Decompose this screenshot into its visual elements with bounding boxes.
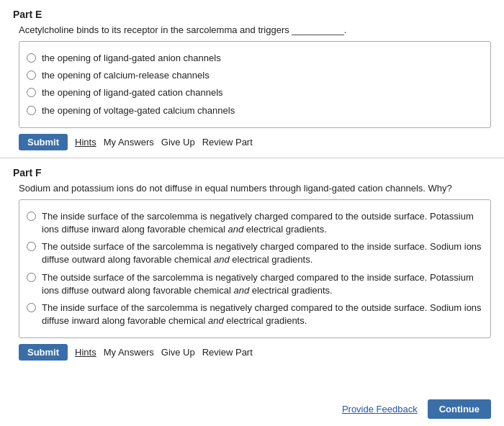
part-e-action-bar: Submit Hints My Answers Give Up Review P… [19, 134, 491, 150]
part-f-give-up-text[interactable]: Give Up [161, 347, 195, 358]
part-f-option-4-text: The inside surface of the sarcolemma is … [42, 302, 483, 327]
part-e-hints-link[interactable]: Hints [75, 137, 96, 148]
part-e-option-2-radio[interactable] [27, 71, 36, 80]
part-e-option-1-text: the opening of ligand-gated anion channe… [42, 52, 221, 65]
list-item: The inside surface of the sarcolemma is … [27, 210, 483, 236]
part-f-option-3-radio[interactable] [27, 273, 36, 282]
part-f-options-box: The inside surface of the sarcolemma is … [19, 199, 491, 339]
part-e-my-answers-text[interactable]: My Answers [104, 137, 154, 148]
list-item: The outside surface of the sarcolemma is… [27, 271, 483, 297]
part-e-option-1-radio[interactable] [27, 53, 36, 63]
part-f-action-bar: Submit Hints My Answers Give Up Review P… [19, 344, 491, 361]
part-f-submit-button[interactable]: Submit [19, 344, 68, 361]
list-item: The inside surface of the sarcolemma is … [27, 302, 483, 327]
list-item: the opening of ligand-gated cation chann… [27, 86, 483, 99]
part-f-option-3-text: The outside surface of the sarcolemma is… [42, 271, 483, 297]
part-f-hints-link[interactable]: Hints [75, 347, 96, 358]
part-e-option-3-radio[interactable] [27, 88, 36, 97]
page: Part E Acetylcholine binds to its recept… [0, 0, 504, 426]
part-f-section: Part F Sodium and potassium ions do not … [0, 158, 504, 368]
part-e-question: Acetylcholine binds to its receptor in t… [19, 24, 491, 35]
part-e-label: Part E [13, 9, 491, 20]
part-e-option-4-radio[interactable] [27, 106, 36, 115]
part-f-option-1-text: The inside surface of the sarcolemma is … [42, 210, 483, 236]
part-e-option-2-text: the opening of calcium-release channels [42, 69, 210, 82]
list-item: The outside surface of the sarcolemma is… [27, 240, 483, 266]
part-f-question: Sodium and potassium ions do not diffuse… [19, 183, 491, 194]
list-item: the opening of ligand-gated anion channe… [27, 52, 483, 65]
part-f-option-1-radio[interactable] [27, 212, 36, 221]
part-f-option-2-text: The outside surface of the sarcolemma is… [42, 240, 483, 266]
part-e-submit-button[interactable]: Submit [19, 134, 68, 150]
provide-feedback-link[interactable]: Provide Feedback [342, 404, 418, 414]
part-f-option-2-radio[interactable] [27, 242, 36, 251]
part-f-option-4-radio[interactable] [27, 303, 36, 312]
part-e-give-up-text[interactable]: Give Up [161, 137, 195, 148]
part-e-option-3-text: the opening of ligand-gated cation chann… [42, 86, 223, 99]
list-item: the opening of calcium-release channels [27, 69, 483, 82]
footer-bar: Provide Feedback Continue [0, 392, 504, 426]
part-f-my-answers-text[interactable]: My Answers [104, 347, 154, 358]
part-e-option-4-text: the opening of voltage-gated calcium cha… [42, 104, 235, 117]
list-item: the opening of voltage-gated calcium cha… [27, 104, 483, 117]
part-e-section: Part E Acetylcholine binds to its recept… [0, 0, 504, 158]
part-f-label: Part F [13, 167, 491, 178]
part-e-options-box: the opening of ligand-gated anion channe… [19, 41, 491, 128]
part-f-review-part-text[interactable]: Review Part [202, 347, 253, 358]
continue-button[interactable]: Continue [428, 399, 491, 419]
part-e-review-part-text[interactable]: Review Part [202, 137, 253, 148]
